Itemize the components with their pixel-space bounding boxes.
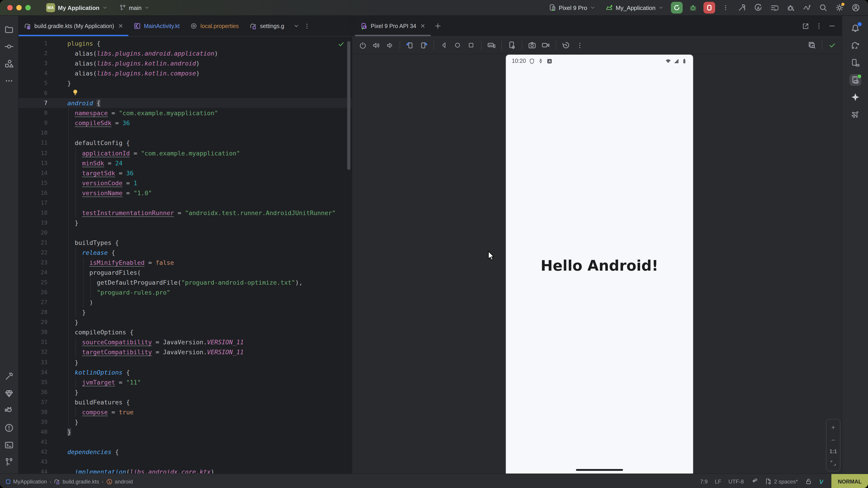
settings-button[interactable] <box>834 2 845 13</box>
line-number[interactable]: 36 <box>19 387 57 397</box>
profiler-button[interactable] <box>801 2 813 13</box>
ai-assistant-disabled-icon[interactable] <box>751 478 758 485</box>
line-number[interactable]: 20 <box>19 228 57 238</box>
hidden-tabs-chevron-icon[interactable] <box>293 23 299 29</box>
line-number[interactable]: 28 <box>19 307 57 318</box>
zoom-out-button[interactable]: − <box>831 436 835 443</box>
tab-build-gradle[interactable]: build.gradle.kts (My Application) ✕ <box>19 16 129 36</box>
device-selector[interactable]: Pixel 9 Pro <box>546 3 598 13</box>
line-number[interactable]: 26 <box>19 287 57 297</box>
line-number[interactable]: 21 <box>19 238 57 248</box>
line-number[interactable]: 5 <box>19 78 57 88</box>
power-button[interactable] <box>357 39 368 51</box>
indent-widget[interactable]: 2 spaces* <box>765 478 798 485</box>
line-number[interactable]: 24 <box>19 267 57 278</box>
sidebar-item-project[interactable] <box>3 24 15 35</box>
open-in-new-window-icon[interactable] <box>802 22 809 30</box>
line-number[interactable]: 30 <box>19 327 57 337</box>
line-number[interactable]: 32 <box>19 347 57 357</box>
code-line[interactable]: 1plugins { <box>19 38 352 48</box>
device-settings-button[interactable] <box>506 39 518 51</box>
sidebar-item-notifications[interactable] <box>849 23 861 34</box>
line-number[interactable]: 22 <box>19 248 57 258</box>
code-line[interactable]: 7android { <box>19 98 352 108</box>
sidebar-item-version-control[interactable] <box>3 456 15 468</box>
sidebar-item-airplane[interactable] <box>849 108 861 120</box>
sidebar-item-problems[interactable] <box>3 422 15 434</box>
line-separator[interactable]: LF <box>715 478 721 485</box>
line-number[interactable]: 10 <box>19 128 57 138</box>
zoom-window-button[interactable] <box>25 5 31 10</box>
panel-options-icon[interactable] <box>815 23 822 29</box>
tab-options-icon[interactable] <box>304 23 310 29</box>
zoom-in-button[interactable]: + <box>831 424 835 431</box>
line-number[interactable]: 3 <box>19 58 57 68</box>
line-number[interactable]: 35 <box>19 377 57 387</box>
line-number[interactable]: 16 <box>19 188 57 198</box>
emulator-more-button[interactable] <box>574 39 585 51</box>
apply-code-changes-button[interactable] <box>769 2 780 13</box>
line-number[interactable]: 34 <box>19 367 57 377</box>
ui-check-button[interactable] <box>806 39 818 51</box>
breadcrumb-module[interactable]: MyApplication <box>5 478 47 485</box>
rerun-button[interactable] <box>671 2 683 13</box>
code-line[interactable]: 40} <box>19 427 352 437</box>
line-number[interactable]: 19 <box>19 218 57 228</box>
sidebar-item-build[interactable] <box>3 370 15 382</box>
line-number[interactable]: 15 <box>19 178 57 188</box>
android-overview-button[interactable] <box>465 39 477 51</box>
close-tab-icon[interactable]: ✕ <box>421 23 426 29</box>
attach-debugger-button[interactable] <box>785 2 797 13</box>
line-number[interactable]: 4 <box>19 68 57 78</box>
code-editor[interactable]: 1plugins {2 alias(libs.plugins.android.a… <box>19 37 352 474</box>
branch-widget[interactable]: main <box>117 3 152 12</box>
readonly-lock-icon[interactable] <box>805 478 812 485</box>
line-number[interactable]: 29 <box>19 318 57 327</box>
zoom-to-fit-icon[interactable] <box>830 460 836 466</box>
line-number[interactable]: 9 <box>19 118 57 128</box>
line-number[interactable]: 37 <box>19 397 57 407</box>
close-window-button[interactable] <box>7 5 13 10</box>
line-number[interactable]: 38 <box>19 407 57 417</box>
minimize-window-button[interactable] <box>16 5 22 10</box>
sidebar-item-device-manager[interactable] <box>849 57 861 69</box>
add-device-tab-button[interactable] <box>431 16 445 36</box>
vim-mode-badge[interactable]: NORMAL <box>832 474 868 488</box>
tab-pixel-9-pro-api-34[interactable]: Pixel 9 Pro API 34 ✕ <box>355 16 431 36</box>
line-number[interactable]: 1 <box>19 38 57 48</box>
line-number[interactable]: 44 <box>19 467 57 474</box>
screen-record-button[interactable] <box>540 39 552 51</box>
line-number[interactable]: 27 <box>19 297 57 307</box>
search-everywhere-button[interactable] <box>817 2 829 13</box>
line-number[interactable]: 31 <box>19 337 57 347</box>
line-number[interactable]: 42 <box>19 447 57 457</box>
sidebar-item-terminal[interactable] <box>3 439 15 451</box>
line-number[interactable]: 11 <box>19 138 57 148</box>
intention-bulb-icon[interactable] <box>72 89 79 96</box>
tab-local-properties[interactable]: local.properties <box>185 16 244 36</box>
line-number[interactable]: 39 <box>19 417 57 427</box>
rotate-right-button[interactable] <box>418 39 430 51</box>
screenshot-button[interactable] <box>526 39 538 51</box>
code-line[interactable]: 5} <box>19 78 352 88</box>
line-number[interactable]: 8 <box>19 108 57 118</box>
code-line[interactable]: 41 <box>19 437 352 447</box>
run-configuration-selector[interactable]: My_Application <box>602 3 666 13</box>
breadcrumb-file[interactable]: build.gradle.kts <box>54 478 99 485</box>
sidebar-item-gemini-chat[interactable] <box>849 91 861 103</box>
build-button[interactable] <box>736 2 748 13</box>
line-number[interactable]: 6 <box>19 88 57 98</box>
apply-changes-button[interactable]: A <box>752 2 764 13</box>
code-line[interactable]: 2 alias(libs.plugins.android.application… <box>19 48 352 58</box>
sidebar-item-gradle[interactable] <box>849 40 861 52</box>
code-line[interactable]: 3 alias(libs.plugins.kotlin.android) <box>19 58 352 68</box>
caret-position[interactable]: 7:9 <box>700 478 708 485</box>
line-number[interactable]: 25 <box>19 278 57 287</box>
code-line[interactable]: 43 <box>19 457 352 467</box>
hide-panel-icon[interactable] <box>829 23 835 29</box>
line-number[interactable]: 17 <box>19 198 57 208</box>
file-encoding[interactable]: UTF-8 <box>728 478 744 485</box>
sidebar-item-logcat[interactable] <box>3 405 15 417</box>
zoom-reset-button[interactable]: 1:1 <box>829 449 837 454</box>
line-number[interactable]: 40 <box>19 427 57 437</box>
